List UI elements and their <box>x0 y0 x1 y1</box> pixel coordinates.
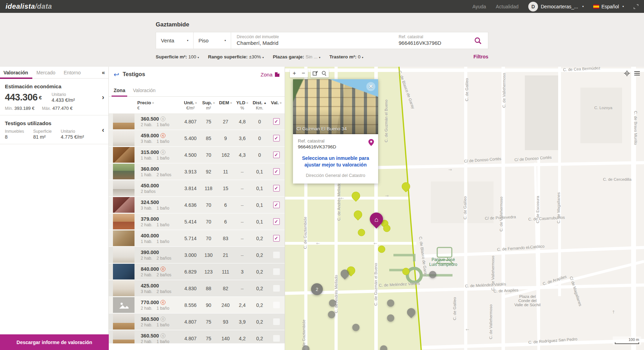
inactive-pin-circle[interactable] <box>380 345 388 350</box>
listing-photo <box>113 214 134 229</box>
back-icon[interactable]: ↩ <box>114 71 119 79</box>
witness-checkbox[interactable]: ✓ <box>273 218 280 225</box>
witness-row[interactable]: 379.0002 hab.1 baño 5.414706–0,1 ✓ <box>109 213 285 230</box>
filters-link[interactable]: Filtros <box>473 54 488 59</box>
select-property-link[interactable]: Selecciona un inmueble para ajustar mejo… <box>299 155 372 168</box>
search-bar: Venta ▾ Piso ▾ Dirección del inmueble Ch… <box>156 32 488 49</box>
collapse-witnesses-icon[interactable]: ‹ <box>102 126 104 134</box>
column-header-0[interactable]: Precio◆€ <box>137 100 180 111</box>
witness-checkbox[interactable] <box>273 318 280 325</box>
testigos-tab-valoración[interactable]: Valoración <box>133 88 155 96</box>
sidebar-tab-valoración[interactable]: Valoración <box>3 67 28 79</box>
pin-cluster[interactable]: 2 <box>311 283 323 295</box>
witness-checkbox[interactable]: ✓ <box>273 235 280 242</box>
witness-row[interactable]: 840.000€2 hab.2 baños 6.82912311130,2 <box>109 263 285 280</box>
news-link[interactable]: Actualidad <box>496 4 519 9</box>
column-header-2[interactable]: Sup.◆m² <box>201 100 217 111</box>
sidebar-tab-entorno[interactable]: Entorno <box>64 67 81 79</box>
fullscreen-icon[interactable] <box>634 4 638 9</box>
property-type-select[interactable]: Piso ▾ <box>194 32 231 49</box>
app-logo[interactable]: idealista/data <box>6 2 52 10</box>
witness-row[interactable]: 360.500€2 hab.1 baño 4.80775274,80 ✓ <box>109 113 285 130</box>
zoom-area-icon[interactable] <box>320 69 329 78</box>
listing-photo <box>113 147 134 163</box>
zone-save-link[interactable]: Zona <box>261 72 280 78</box>
witness-checkbox[interactable] <box>273 285 280 292</box>
sidebar-tab-mercado[interactable]: Mercado <box>36 67 55 79</box>
witness-checkbox[interactable] <box>273 252 280 258</box>
witness-checkbox[interactable] <box>273 268 280 275</box>
witness-row[interactable]: 315.000€1 hab.1 baño 4.500701624,30 ✓ <box>109 147 285 163</box>
witness-row[interactable]: 324.5003 hab.1 baño 4.636706–0,1 ✓ <box>109 197 285 213</box>
witness-row[interactable]: 400.0001 hab.1 baño 5.7147083–0,2 ✓ <box>109 230 285 246</box>
witness-checkbox[interactable] <box>273 302 280 308</box>
inactive-pin-circle[interactable] <box>329 300 336 307</box>
draw-polygon-icon[interactable] <box>311 69 320 78</box>
download-report-button[interactable]: Descargar informe de valoración <box>0 334 109 350</box>
inactive-pin-circle[interactable] <box>387 315 394 322</box>
locate-icon[interactable] <box>624 70 630 76</box>
column-header-5[interactable]: Dist.▲Km. <box>250 100 269 111</box>
witness-row[interactable]: 360.500€2 hab.1 baño 4.807751404,20,2 <box>109 330 285 343</box>
witness-checkbox[interactable]: ✓ <box>273 152 280 158</box>
cadastral-ref-field[interactable]: Ref. catastral 9664616VK3796D <box>393 32 468 49</box>
witness-checkbox[interactable]: ✓ <box>273 118 280 125</box>
street-label: C. de Bravo Murillo <box>634 111 638 145</box>
column-header-6[interactable]: Val.◆ <box>269 100 283 111</box>
collapse-sidebar-icon[interactable]: « <box>102 70 105 76</box>
listing-photo <box>113 264 134 279</box>
inactive-pin-circle[interactable] <box>387 300 394 307</box>
svg-text:←: ← <box>316 241 320 246</box>
search-button[interactable] <box>468 32 488 49</box>
witness-pin-circle[interactable] <box>358 229 365 236</box>
witness-row[interactable]: 459.000€3 hab.1 baño 5.4008593,60 ✓ <box>109 130 285 146</box>
witness-pin-circle[interactable] <box>378 246 385 253</box>
inactive-pin-circle[interactable] <box>429 271 437 278</box>
witness-row[interactable]: 360.0001 hab.2 baños 3.9139211–0,1 ✓ <box>109 163 285 180</box>
location-pin-icon[interactable] <box>368 139 374 147</box>
witnesses-title: Testigos utilizados <box>5 120 104 126</box>
zoom-in-button[interactable]: + <box>290 69 299 78</box>
photo-placeholder-icon <box>119 301 129 309</box>
filter-item-1[interactable]: Rango superficie:±30%▾ <box>208 54 264 59</box>
expand-estimation-icon[interactable]: › <box>102 93 104 101</box>
witness-checkbox[interactable]: ✓ <box>273 202 280 208</box>
help-link[interactable]: Ayuda <box>472 4 486 9</box>
column-header-3[interactable]: DEM◆ <box>217 100 235 111</box>
address-field[interactable]: Dirección del inmueble Chamberí, Madrid <box>231 32 393 49</box>
witness-checkbox[interactable]: ✓ <box>273 135 280 141</box>
address-value: Chamberí, Madrid <box>237 40 388 46</box>
witness-row[interactable]: 360.500€2 hab.1 baño 4.80775933,90,2 <box>109 314 285 330</box>
max-label: Máx. <box>42 106 51 111</box>
map-layers-menu-icon[interactable] <box>634 71 640 75</box>
chevron-down-icon: ▾ <box>198 56 199 59</box>
witness-row[interactable]: 425.0003 hab.2 baños 4.8308882–0,2 <box>109 280 285 296</box>
column-header-4[interactable]: YLD◆% <box>235 100 250 111</box>
avatar[interactable]: D <box>528 2 538 11</box>
testigos-tab-zona[interactable]: Zona <box>114 88 125 96</box>
witness-pin-circle[interactable] <box>383 225 391 232</box>
language-selector[interactable]: Español ▾ <box>593 4 624 9</box>
estimation-price: 443.306 <box>5 92 38 103</box>
inactive-pin-circle[interactable] <box>302 345 310 350</box>
witness-row[interactable]: 770.000€2 hab.1 baño 8.556902402,40,2 <box>109 297 285 313</box>
chevron-down-icon: ▾ <box>187 39 188 42</box>
zoom-out-button[interactable]: − <box>299 69 308 78</box>
witness-row[interactable]: 390.0002 hab.2 baños 3.00013021–0,2 <box>109 247 285 263</box>
witness-checkbox[interactable]: ✓ <box>273 168 280 175</box>
witness-checkbox[interactable] <box>273 335 280 342</box>
inactive-pin-circle[interactable] <box>328 311 335 318</box>
account-menu[interactable]: D Democarteras_... ▾ <box>528 2 584 11</box>
witness-checkbox[interactable]: ✓ <box>273 185 280 192</box>
close-popup-icon[interactable]: ✕ <box>366 82 375 91</box>
inactive-pin-circle[interactable] <box>352 324 360 331</box>
column-header-1[interactable]: Unit.◆€/m² <box>180 100 201 111</box>
filter-item-0[interactable]: Superficie m²:100▾ <box>156 54 199 59</box>
witness-row[interactable]: 450.0002 baños 3.81411815–0,1 ✓ <box>109 180 285 196</box>
street-label: C. de Vallehermoso <box>499 197 503 231</box>
filter-item-3[interactable]: Trastero m²:0▾ <box>329 54 364 59</box>
filter-item-2[interactable]: Plazas garaje:Sin ...▾ <box>273 54 320 59</box>
operation-select[interactable]: Venta ▾ <box>156 32 194 49</box>
witness-pin-circle[interactable] <box>402 268 410 275</box>
map[interactable]: ←→ ←← →← ←↑ + − <box>285 67 644 350</box>
